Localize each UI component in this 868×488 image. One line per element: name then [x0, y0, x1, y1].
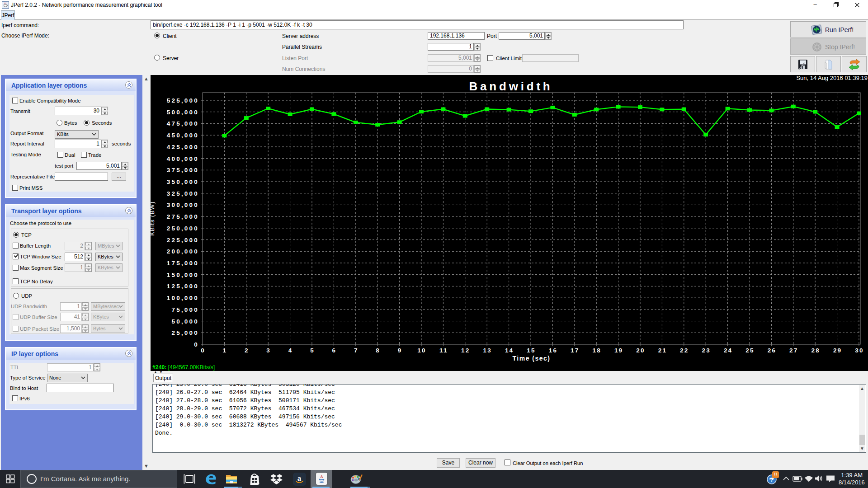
svg-text:26: 26	[768, 347, 776, 354]
svg-text:29: 29	[833, 347, 842, 354]
svg-text:125,000: 125,000	[167, 283, 199, 290]
svg-text:9: 9	[398, 347, 402, 354]
svg-text:25: 25	[745, 347, 754, 354]
svg-text:Sun, 14 Aug 2016 01:39:19: Sun, 14 Aug 2016 01:39:19	[796, 75, 868, 81]
svg-text:200,000: 200,000	[167, 248, 199, 255]
svg-text:14: 14	[505, 347, 514, 354]
svg-text:19: 19	[614, 347, 623, 354]
svg-text:0: 0	[201, 347, 205, 354]
svg-text:11: 11	[439, 347, 448, 354]
svg-text:525,000: 525,000	[167, 97, 199, 104]
svg-text:7: 7	[354, 347, 359, 354]
svg-text:100,000: 100,000	[167, 295, 199, 301]
svg-text:325,000: 325,000	[167, 190, 199, 197]
svg-text:16: 16	[549, 347, 557, 354]
svg-text:150,000: 150,000	[167, 272, 199, 278]
svg-text:350,000: 350,000	[167, 178, 199, 185]
svg-text:6: 6	[332, 347, 337, 354]
svg-text:500,000: 500,000	[167, 109, 199, 116]
svg-text:10: 10	[417, 347, 426, 354]
svg-text:23: 23	[702, 347, 710, 354]
svg-text:400,000: 400,000	[167, 155, 199, 162]
svg-text:Bandwidth: Bandwidth	[469, 80, 552, 93]
svg-text:275,000: 275,000	[167, 213, 199, 220]
svg-text:20: 20	[636, 347, 645, 354]
svg-text:4: 4	[288, 347, 293, 354]
svg-text:225,000: 225,000	[167, 237, 199, 244]
svg-text:250,000: 250,000	[167, 225, 199, 232]
svg-text:KBits (BW): KBits (BW)	[151, 201, 156, 236]
svg-text:13: 13	[483, 347, 491, 354]
svg-text:24: 24	[724, 347, 732, 354]
svg-text:18: 18	[592, 347, 601, 354]
svg-text:#240: [494567.00KBits/s]: #240: [494567.00KBits/s]	[152, 364, 215, 371]
svg-text:2: 2	[245, 347, 249, 354]
svg-text:1: 1	[223, 347, 227, 354]
svg-text:12: 12	[461, 347, 470, 354]
svg-text:3: 3	[266, 347, 271, 354]
svg-text:21: 21	[658, 347, 667, 354]
svg-text:8: 8	[376, 347, 380, 354]
svg-text:75,000: 75,000	[172, 306, 199, 313]
svg-text:15: 15	[527, 347, 535, 354]
svg-text:50,000: 50,000	[172, 318, 199, 325]
svg-text:425,000: 425,000	[167, 144, 199, 150]
svg-text:30: 30	[855, 347, 863, 354]
svg-text:27: 27	[789, 347, 798, 354]
svg-text:0: 0	[194, 341, 199, 348]
svg-text:450,000: 450,000	[167, 132, 199, 139]
svg-text:a: a	[297, 474, 302, 483]
svg-text:25,000: 25,000	[172, 329, 199, 336]
svg-text:22: 22	[680, 347, 689, 354]
svg-text:375,000: 375,000	[167, 167, 199, 174]
svg-text:5: 5	[310, 347, 315, 354]
svg-text:28: 28	[811, 347, 820, 354]
svg-text:175,000: 175,000	[167, 260, 199, 267]
svg-text:300,000: 300,000	[167, 202, 199, 208]
svg-text:17: 17	[571, 347, 579, 354]
svg-text:Time (sec): Time (sec)	[513, 355, 551, 362]
svg-text:475,000: 475,000	[167, 120, 199, 127]
